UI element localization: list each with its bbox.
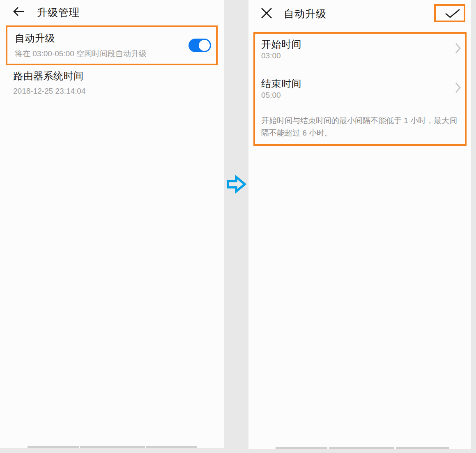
auto-upgrade-settings-screen: 自动升级 开始时间 03:00 结束时间 05:00 开始时间与结束时间的最小间… xyxy=(248,0,471,449)
router-system-time-row: 路由器系统时间 2018-12-25 23:14:04 xyxy=(13,69,85,96)
cropped-table-edge xyxy=(80,446,145,448)
router-system-time-value: 2018-12-25 23:14:04 xyxy=(13,87,85,96)
start-time-value: 03:00 xyxy=(261,51,281,60)
cropped-table-edge xyxy=(28,446,79,448)
cropped-table-edge xyxy=(146,446,197,448)
end-time-value: 05:00 xyxy=(261,91,281,100)
cropped-table-edge xyxy=(329,447,394,449)
chevron-right-icon[interactable] xyxy=(455,82,461,93)
time-interval-hint: 开始时间与结束时间的最小间隔不能低于 1 小时，最大间隔不能超过 6 小时。 xyxy=(261,115,462,139)
auto-upgrade-description: 将在 03:00-05:00 空闲时间段自动升级 xyxy=(15,48,147,59)
router-system-time-label: 路由器系统时间 xyxy=(13,69,85,83)
time-settings-highlight-box: 开始时间 03:00 结束时间 05:00 开始时间与结束时间的最小间隔不能低于… xyxy=(253,32,467,146)
chevron-right-icon[interactable] xyxy=(455,43,461,54)
auto-upgrade-row: 自动升级 将在 03:00-05:00 空闲时间段自动升级 xyxy=(15,32,147,59)
checkmark-icon[interactable] xyxy=(445,9,460,18)
confirm-highlight-box xyxy=(434,4,465,22)
cropped-table-edge xyxy=(276,447,327,449)
transition-arrow-icon xyxy=(227,175,246,193)
cropped-table-edge xyxy=(396,447,449,449)
auto-upgrade-toggle[interactable] xyxy=(189,39,211,52)
auto-upgrade-label: 自动升级 xyxy=(15,32,147,45)
end-time-label[interactable]: 结束时间 xyxy=(261,77,301,90)
page-title: 自动升级 xyxy=(284,7,327,21)
upgrade-management-screen: 升级管理 自动升级 将在 03:00-05:00 空闲时间段自动升级 路由器系统… xyxy=(0,0,224,448)
close-icon[interactable] xyxy=(260,7,273,19)
start-time-label[interactable]: 开始时间 xyxy=(261,38,301,51)
page-title: 升级管理 xyxy=(37,6,80,19)
toggle-knob xyxy=(199,40,210,51)
auto-upgrade-highlight-box: 自动升级 将在 03:00-05:00 空闲时间段自动升级 xyxy=(6,25,218,65)
back-icon[interactable] xyxy=(12,6,25,17)
